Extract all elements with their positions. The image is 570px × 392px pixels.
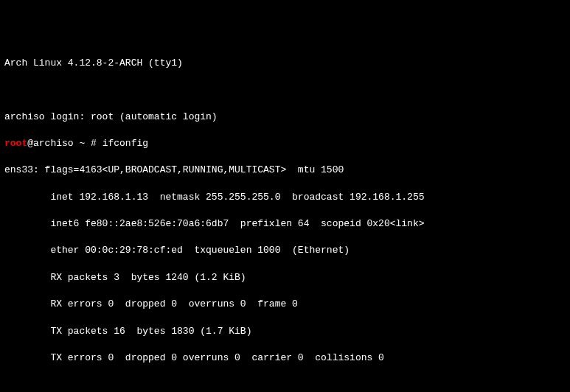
terminal-header: Arch Linux 4.12.8-2-ARCH (tty1)	[4, 57, 566, 70]
login-line: archiso login: root (automatic login)	[4, 111, 566, 124]
prompt-text: @archiso ~ # ifconfig	[27, 138, 148, 149]
ifconfig-ens33-rx-errors: RX errors 0 dropped 0 overruns 0 frame 0	[4, 298, 566, 311]
ifconfig-ens33-inet: inet 192.168.1.13 netmask 255.255.255.0 …	[4, 191, 566, 204]
ifconfig-ens33-tx-packets: TX packets 16 bytes 1830 (1.7 KiB)	[4, 325, 566, 338]
ifconfig-ens33-inet6: inet6 fe80::2ae8:526e:70a6:6db7 prefixle…	[4, 217, 566, 231]
blank-line	[4, 378, 566, 391]
ifconfig-ens33-flags: ens33: flags=4163<UP,BROADCAST,RUNNING,M…	[4, 164, 566, 177]
blank-line	[4, 83, 566, 97]
ifconfig-ens33-rx-packets: RX packets 3 bytes 1240 (1.2 KiB)	[4, 271, 566, 284]
ifconfig-ens33-tx-errors: TX errors 0 dropped 0 overruns 0 carrier…	[4, 351, 566, 365]
root-user: root	[4, 138, 27, 149]
prompt-1[interactable]: root@archiso ~ # ifconfig	[4, 137, 566, 150]
ifconfig-ens33-ether: ether 00:0c:29:78:cf:ed txqueuelen 1000 …	[4, 244, 566, 257]
